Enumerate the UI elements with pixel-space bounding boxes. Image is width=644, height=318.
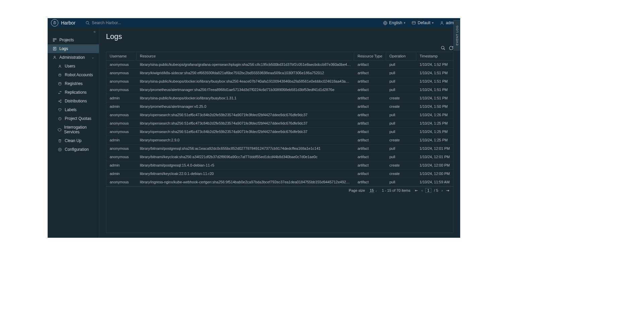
- table-row[interactable]: anonymouslibrary/sina-public/kubeops/doc…: [106, 77, 453, 86]
- sidebar-item-interrogation-services[interactable]: Interrogation Services: [48, 123, 99, 136]
- next-page-button[interactable]: ›: [441, 188, 443, 192]
- event-log-tab[interactable]: EVENT LOG: [453, 20, 460, 50]
- sidebar-item-label: Robot Accounts: [65, 73, 93, 77]
- cell-resource: library/opensearch:2.9.0: [137, 136, 354, 144]
- column-header-resource[interactable]: Resource: [137, 52, 354, 60]
- cell-resource-type: artifact: [354, 144, 386, 152]
- theme-selector[interactable]: Default ▾: [412, 20, 434, 25]
- sidebar-item-distributions[interactable]: Distributions: [48, 97, 99, 105]
- cell-resource-type: artifact: [354, 119, 386, 127]
- table-actions: [106, 46, 453, 50]
- search-filter-button[interactable]: [441, 46, 445, 50]
- cell-resource-type: artifact: [354, 161, 386, 169]
- cell-username: admin: [106, 136, 137, 144]
- pager: ⇤ ‹ / 5 › ⇥: [414, 188, 450, 193]
- last-page-button[interactable]: ⇥: [445, 188, 450, 193]
- table-row[interactable]: anonymouslibrary/prometheus/alertmanager…: [106, 86, 453, 94]
- cell-username: anonymous: [106, 60, 137, 69]
- chevron-down-icon: ▾: [432, 21, 434, 25]
- cell-timestamp: 1/10/24, 1:52 PM: [416, 60, 453, 69]
- cell-resource: library/bitnami/keycloak:22.0.1-debian-1…: [137, 170, 354, 178]
- sidebar-item-logs[interactable]: Logs: [48, 44, 99, 53]
- cell-resource-type: artifact: [354, 60, 386, 69]
- cell-timestamp: 1/10/24, 1:51 PM: [416, 94, 453, 102]
- table-row[interactable]: adminlibrary/bitnami/keycloak:22.0.1-deb…: [106, 170, 453, 178]
- table-row[interactable]: anonymouslibrary/opensearch:sha256:51ef6…: [106, 119, 453, 128]
- table-row[interactable]: anonymouslibrary/opensearch:sha256:51ef6…: [106, 128, 453, 136]
- table-row[interactable]: anonymouslibrary/sina-public/kubeops/gra…: [106, 60, 453, 69]
- first-page-button[interactable]: ⇤: [414, 188, 419, 193]
- page-title: Logs: [106, 32, 453, 41]
- nav-icon: [58, 139, 62, 143]
- cell-operation: create: [386, 102, 416, 110]
- sidebar-collapse-button[interactable]: «: [48, 28, 99, 36]
- cell-username: admin: [106, 161, 137, 169]
- prev-page-button[interactable]: ‹: [421, 188, 423, 192]
- column-header-timestamp[interactable]: Timestamp: [416, 52, 453, 60]
- cell-resource-type: artifact: [354, 102, 386, 110]
- search-wrap[interactable]: [86, 20, 159, 25]
- sidebar-item-project-quotas[interactable]: Project Quotas: [48, 114, 99, 123]
- cell-timestamp: 1/10/24, 11:59 AM: [416, 178, 453, 186]
- table-row[interactable]: adminlibrary/opensearch:2.9.0artifactcre…: [106, 136, 453, 144]
- cell-timestamp: 1/10/24, 1:26 PM: [416, 111, 453, 119]
- sidebar: « Projects Logs Administration ⌄: [48, 28, 99, 238]
- table-row[interactable]: adminlibrary/bitnami/postgresql:15.4.0-d…: [106, 161, 453, 170]
- logo[interactable]: Harbor: [51, 19, 75, 27]
- chevron-down-icon[interactable]: ⌄: [375, 189, 378, 192]
- cell-resource: library/sina-public/kubeops/grafana/graf…: [137, 60, 354, 69]
- table-row[interactable]: anonymouslibrary/bitnami/postgresql:sha2…: [106, 144, 453, 153]
- cell-operation: create: [386, 170, 416, 178]
- cell-operation: pull: [386, 60, 416, 69]
- cell-username: admin: [106, 170, 137, 178]
- nav-icon: [58, 99, 62, 103]
- table-row[interactable]: anonymouslibrary/kiwigrid/k8s-sidecar:sh…: [106, 69, 453, 77]
- theme-icon: [412, 21, 416, 25]
- theme-label: Default: [418, 20, 430, 25]
- cell-timestamp: 1/10/24, 12:01 PM: [416, 153, 453, 161]
- svg-point-21: [60, 102, 61, 103]
- sidebar-item-label: Distributions: [65, 99, 87, 103]
- svg-marker-25: [58, 128, 61, 131]
- sidebar-item-administration[interactable]: Administration ⌄: [48, 53, 99, 62]
- column-header-username[interactable]: Username: [106, 52, 137, 60]
- column-header-resource-type[interactable]: Resource Type: [354, 52, 386, 60]
- sidebar-item-registries[interactable]: Registries: [48, 79, 99, 88]
- sidebar-item-projects[interactable]: Projects: [48, 36, 99, 44]
- table-row[interactable]: anonymouslibrary/opensearch:sha256:51ef6…: [106, 111, 453, 119]
- total-pages: / 5: [433, 188, 439, 192]
- sidebar-item-labels[interactable]: Labels: [48, 105, 99, 114]
- page-size-value[interactable]: 15: [369, 188, 374, 193]
- cell-resource-type: artifact: [354, 77, 386, 85]
- sidebar-item-robot-accounts[interactable]: Robot Accounts: [48, 71, 99, 79]
- svg-point-20: [58, 101, 59, 102]
- table-row[interactable]: adminlibrary/prometheus/alertmanager:v0.…: [106, 102, 453, 111]
- nav-icon: [58, 73, 62, 77]
- nav-icon: [58, 128, 61, 132]
- sidebar-item-users[interactable]: Users: [48, 62, 99, 71]
- sidebar-item-configuration[interactable]: Configuration: [48, 145, 99, 154]
- cell-resource: library/prometheus/alertmanager:sha256:f…: [137, 86, 354, 94]
- sidebar-item-label: Configuration: [65, 147, 89, 152]
- cell-resource-type: artifact: [354, 178, 386, 186]
- cell-operation: pull: [386, 86, 416, 94]
- current-page-input[interactable]: [425, 188, 431, 193]
- cell-resource: library/ingress-nginx/kube-webhook-certg…: [137, 178, 354, 186]
- cell-resource: library/bitnami/postgresql:15.4.0-debian…: [137, 161, 354, 169]
- table-row[interactable]: anonymouslibrary/bitnami/keycloak:sha256…: [106, 153, 453, 161]
- column-header-operation[interactable]: Operation: [386, 52, 416, 60]
- table-row[interactable]: anonymouslibrary/ingress-nginx/kube-webh…: [106, 178, 453, 186]
- cell-resource-type: artifact: [354, 111, 386, 119]
- table-row[interactable]: adminlibrary/sina-public/kubeops/docker.…: [106, 94, 453, 102]
- search-input[interactable]: [92, 20, 159, 25]
- sidebar-item-clean-up[interactable]: Clean Up: [48, 136, 99, 145]
- cell-operation: create: [386, 161, 416, 169]
- cell-operation: pull: [386, 119, 416, 127]
- language-selector[interactable]: English ▾: [383, 20, 406, 25]
- search-icon: [86, 21, 90, 25]
- sidebar-item-replications[interactable]: Replications: [48, 88, 99, 97]
- cell-username: anonymous: [106, 69, 137, 77]
- refresh-button[interactable]: [449, 46, 453, 50]
- svg-point-17: [60, 75, 60, 75]
- sidebar-item-label: Users: [65, 64, 75, 69]
